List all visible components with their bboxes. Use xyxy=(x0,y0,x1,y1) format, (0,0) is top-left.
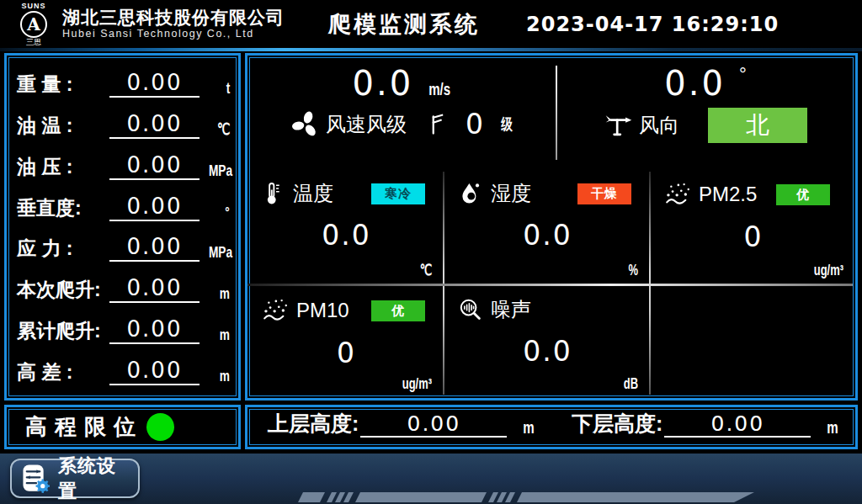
metric-row-height-diff: 高 差 : 0.00 m xyxy=(17,350,230,391)
env-label: PM2.5 xyxy=(699,183,757,206)
env-label: 噪声 xyxy=(491,296,531,323)
metric-row-weight: 重 量 : 0.00 t xyxy=(17,62,230,103)
wind-vane-icon xyxy=(604,110,634,141)
metric-label: 应 力 : xyxy=(17,236,109,262)
metric-value: 0.00 xyxy=(109,194,200,221)
wind-speed-value: 0.0 xyxy=(353,64,414,103)
metric-unit: ℃ xyxy=(217,119,230,139)
footer-bar: 系统设置 xyxy=(0,454,862,504)
metric-unit: m xyxy=(220,367,230,385)
status-badge: 寒冷 xyxy=(371,183,425,204)
upper-height-group: 上层高度: 0.00 m xyxy=(247,410,551,444)
metric-label: 垂直度: xyxy=(17,195,109,221)
upper-height-unit: m xyxy=(524,417,535,438)
wind-direction-section: 0.0 ° 风向 北 xyxy=(556,56,855,168)
env-cell-noise: 噪声 0.0 dB xyxy=(444,284,650,398)
metric-value: 0.00 xyxy=(109,234,200,262)
metrics-panel: 重 量 : 0.00 t 油 温 : 0.00 ℃ 油 压 : 0.00 MPa… xyxy=(4,53,241,401)
wind-level-icon xyxy=(425,112,450,137)
elevation-limit-indicator xyxy=(146,413,174,441)
header: SUNS A 三思 湖北三思科技股份有限公司 Hubei Sansi Techn… xyxy=(0,0,862,48)
lower-height-group: 下层高度: 0.00 m xyxy=(551,410,855,444)
env-value: 0 xyxy=(663,220,843,253)
company-block: 湖北三思科技股份有限公司 Hubei Sansi Technology Co.,… xyxy=(62,8,285,40)
elevation-limit-box: 高程限位 xyxy=(4,405,241,449)
grid-divider-horizontal xyxy=(247,284,853,286)
env-value: 0 xyxy=(261,337,432,369)
wind-direction-value: 0.0 xyxy=(664,64,726,103)
wind-direction-unit: ° xyxy=(739,64,747,86)
env-value: 0.0 xyxy=(457,219,638,252)
metric-label: 高 差 : xyxy=(17,359,109,385)
metric-row-verticality: 垂直度: 0.00 ° xyxy=(17,186,230,227)
wind-level-value: 0 xyxy=(466,108,483,141)
metric-value: 0.00 xyxy=(109,316,200,344)
wind-level-unit: 级 xyxy=(501,114,513,135)
env-unit: % xyxy=(628,262,638,279)
company-name-en: Hubei Sansi Technology Co., Ltd xyxy=(62,28,285,40)
logo-bottom-text: 三思 xyxy=(10,39,57,46)
metric-unit: MPa xyxy=(209,243,232,262)
metric-label: 本次爬升: xyxy=(17,277,109,303)
metric-label: 油 压 : xyxy=(17,154,109,180)
droplet-icon xyxy=(457,180,484,207)
metric-value: 0.00 xyxy=(109,70,200,98)
upper-height-value: 0.00 xyxy=(360,411,507,438)
header-accent-line xyxy=(0,48,862,51)
environment-panel: 0.0 m/s 风速风级 xyxy=(245,53,858,401)
wind-section: 0.0 m/s 风速风级 xyxy=(247,56,855,168)
env-unit: ug/m³ xyxy=(814,262,843,279)
settings-button[interactable]: 系统设置 xyxy=(10,459,140,498)
suns-logo: SUNS A 三思 xyxy=(10,3,57,46)
status-badge: 优 xyxy=(371,300,425,321)
metric-value: 0.00 xyxy=(109,358,200,385)
metric-unit: ° xyxy=(226,203,230,221)
env-cell-humidity: 湿度 干燥 0.0 % xyxy=(444,168,650,284)
env-unit: ℃ xyxy=(419,261,432,279)
company-name-cn: 湖北三思科技股份有限公司 xyxy=(62,8,285,28)
env-cell-empty xyxy=(650,284,855,398)
environment-grid: 温度 寒冷 0.0 ℃ 湿度 干燥 xyxy=(247,168,855,398)
wind-speed-unit: m/s xyxy=(428,79,450,99)
metric-label: 油 温 : xyxy=(17,113,109,139)
wind-speed-section: 0.0 m/s 风速风级 xyxy=(247,56,556,168)
metric-unit: t xyxy=(226,79,230,98)
fan-icon xyxy=(290,109,321,140)
status-badge: 优 xyxy=(776,184,830,205)
metric-row-current-climb: 本次爬升: 0.00 m xyxy=(17,268,230,309)
env-label: 温度 xyxy=(293,180,333,207)
elevation-limit-label: 高程限位 xyxy=(25,412,143,442)
metric-unit: m xyxy=(220,326,230,344)
lower-height-unit: m xyxy=(827,417,838,438)
lower-height-value: 0.00 xyxy=(664,411,811,438)
env-cell-pm25: PM2.5 优 0 ug/m³ xyxy=(650,168,855,284)
logo-circle-icon: A xyxy=(20,11,47,38)
metric-unit: MPa xyxy=(209,162,232,180)
metric-unit: m xyxy=(220,284,230,303)
wind-direction-label: 风向 xyxy=(639,112,679,139)
screen: SUNS A 三思 湖北三思科技股份有限公司 Hubei Sansi Techn… xyxy=(0,0,862,504)
metric-label: 重 量 : xyxy=(17,72,109,98)
heights-box: 上层高度: 0.00 m 下层高度: 0.00 m xyxy=(245,405,858,449)
sliders-gear-icon xyxy=(20,463,52,495)
settings-button-label: 系统设置 xyxy=(58,454,130,504)
env-label: 湿度 xyxy=(491,180,531,207)
decor-stripe xyxy=(286,492,774,502)
lower-height-label: 下层高度: xyxy=(572,410,662,438)
status-badge: 干燥 xyxy=(577,183,631,204)
env-cell-temperature: 温度 寒冷 0.0 ℃ xyxy=(247,168,444,284)
datetime: 2023-04-17 16:29:10 xyxy=(526,13,779,36)
thermometer-icon xyxy=(261,181,286,206)
wind-direction-badge: 北 xyxy=(708,108,807,143)
wind-speed-label: 风速风级 xyxy=(326,111,407,138)
env-value: 0.0 xyxy=(457,335,638,368)
page-title: 爬模监测系统 xyxy=(328,9,480,40)
upper-height-label: 上层高度: xyxy=(268,410,359,438)
logo-top-text: SUNS xyxy=(10,3,57,10)
metric-value: 0.00 xyxy=(109,275,200,303)
env-unit: dB xyxy=(624,375,638,393)
metric-label: 累计爬升: xyxy=(17,318,109,344)
metric-row-oil-pressure: 油 压 : 0.00 MPa xyxy=(17,145,230,186)
dust-icon xyxy=(663,180,692,209)
env-cell-pm10: PM10 优 0 ug/m³ xyxy=(247,284,444,398)
